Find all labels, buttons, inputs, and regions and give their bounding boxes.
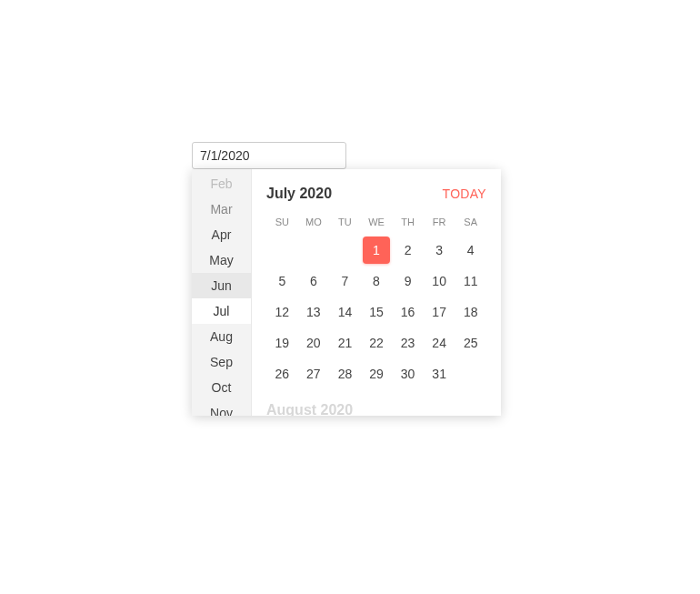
weekday-label: TU — [329, 213, 361, 231]
days-grid: 1234567891011121314151617181920212223242… — [266, 237, 486, 388]
month-item-apr[interactable]: Apr — [192, 222, 251, 247]
day-26[interactable]: 26 — [266, 360, 298, 388]
weekday-label: SU — [266, 213, 298, 231]
day-1[interactable]: 1 — [363, 237, 390, 264]
month-item-jun[interactable]: Jun — [192, 273, 251, 298]
day-6[interactable]: 6 — [298, 267, 330, 295]
weekday-label: TH — [392, 213, 424, 231]
day-12[interactable]: 12 — [266, 298, 298, 326]
weekday-label: SA — [455, 213, 486, 231]
month-item-feb[interactable]: Feb — [192, 171, 251, 196]
day-21[interactable]: 21 — [329, 329, 361, 357]
day-27[interactable]: 27 — [298, 360, 330, 388]
weekday-label: WE — [361, 213, 393, 231]
date-picker: FebMarAprMayJunJulAugSepOctNovDec July 2… — [192, 142, 346, 169]
day-11[interactable]: 11 — [455, 267, 486, 295]
day-8[interactable]: 8 — [361, 267, 393, 295]
day-28[interactable]: 28 — [329, 360, 361, 388]
day-2[interactable]: 2 — [392, 237, 424, 264]
next-month-title: August 2020 — [266, 402, 486, 416]
day-9[interactable]: 9 — [392, 267, 424, 295]
calendar-pane: July 2020 TODAY SUMOTUWETHFRSA 123456789… — [252, 169, 501, 416]
day-15[interactable]: 15 — [361, 298, 393, 326]
day-19[interactable]: 19 — [266, 329, 298, 357]
day-4[interactable]: 4 — [455, 237, 486, 264]
date-input[interactable] — [193, 143, 346, 168]
calendar-month-title: July 2020 — [266, 186, 332, 202]
day-29[interactable]: 29 — [361, 360, 393, 388]
calendar-header: July 2020 TODAY — [266, 186, 486, 202]
day-17[interactable]: 17 — [424, 298, 455, 326]
day-empty — [329, 237, 361, 264]
day-3[interactable]: 3 — [424, 237, 455, 264]
day-31[interactable]: 31 — [424, 360, 455, 388]
day-18[interactable]: 18 — [455, 298, 486, 326]
day-13[interactable]: 13 — [298, 298, 330, 326]
day-14[interactable]: 14 — [329, 298, 361, 326]
day-30[interactable]: 30 — [392, 360, 424, 388]
month-item-jul[interactable]: Jul — [192, 298, 251, 324]
day-5[interactable]: 5 — [266, 267, 298, 295]
month-item-sep[interactable]: Sep — [192, 349, 251, 375]
weekday-label: FR — [424, 213, 455, 231]
day-empty — [266, 237, 298, 264]
day-7[interactable]: 7 — [329, 267, 361, 295]
month-item-nov[interactable]: Nov — [192, 400, 251, 416]
month-item-mar[interactable]: Mar — [192, 196, 251, 222]
day-25[interactable]: 25 — [455, 329, 486, 357]
day-10[interactable]: 10 — [424, 267, 455, 295]
weekday-label: MO — [298, 213, 330, 231]
month-item-may[interactable]: May — [192, 247, 251, 273]
day-23[interactable]: 23 — [392, 329, 424, 357]
calendar-popup: FebMarAprMayJunJulAugSepOctNovDec July 2… — [192, 169, 501, 416]
month-scroll-list[interactable]: FebMarAprMayJunJulAugSepOctNovDec — [192, 169, 252, 416]
date-input-group — [192, 142, 346, 169]
day-20[interactable]: 20 — [298, 329, 330, 357]
month-item-oct[interactable]: Oct — [192, 375, 251, 400]
today-button[interactable]: TODAY — [443, 186, 486, 201]
day-empty — [298, 237, 330, 264]
weekday-header-row: SUMOTUWETHFRSA — [266, 213, 486, 231]
day-24[interactable]: 24 — [424, 329, 455, 357]
day-16[interactable]: 16 — [392, 298, 424, 326]
day-22[interactable]: 22 — [361, 329, 393, 357]
month-item-aug[interactable]: Aug — [192, 324, 251, 349]
